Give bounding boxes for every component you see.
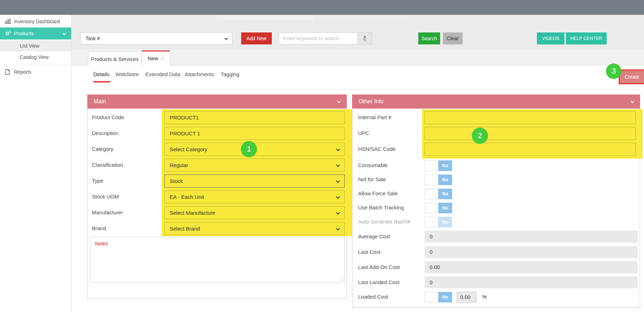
hsn-sac-code-input[interactable]	[425, 143, 636, 156]
sidebar-item-products[interactable]: Products	[0, 27, 71, 39]
select-value: Stock	[170, 178, 183, 184]
decorative-strip	[317, 16, 415, 20]
type-select[interactable]: Stock	[164, 175, 345, 188]
add-new-button[interactable]: Add New	[241, 32, 272, 44]
select-value: Regular	[170, 162, 188, 168]
upc-input[interactable]	[425, 127, 636, 140]
brand-select[interactable]: Select Brand	[164, 222, 345, 235]
app-window: DEMO COMPANY SANDBOX, TRAINING AND DEMO …	[0, 0, 644, 312]
sidebar-item-label: List View	[20, 43, 39, 49]
bar-chart-icon	[5, 19, 11, 24]
sidebar-item-catalog-view[interactable]: Catalog View	[0, 51, 71, 63]
not-for-sale-toggle[interactable]: No	[425, 175, 452, 185]
field-label: Category	[92, 146, 113, 152]
tab-products-and-services[interactable]: Products & Services	[88, 51, 142, 66]
toggle-off-side	[425, 160, 438, 171]
stock-uom-select[interactable]: EA - Each Unit	[164, 190, 345, 203]
select-value: Select Brand	[170, 226, 200, 232]
tab-close-icon[interactable]: ×	[161, 56, 164, 61]
field-label: Type	[92, 178, 104, 184]
search-input[interactable]	[279, 33, 357, 44]
subtab-webstore[interactable]: WebStore	[115, 71, 139, 77]
videos-button[interactable]: VIDEOS	[537, 32, 564, 44]
microphone-button[interactable]	[357, 33, 371, 44]
toggle-state-label: No	[438, 217, 452, 227]
gears-icon	[5, 31, 11, 36]
clear-button[interactable]: Clear	[443, 32, 463, 44]
microphone-icon	[362, 35, 367, 42]
loaded-cost-percent-input[interactable]: 0.00	[456, 292, 477, 303]
tab-new[interactable]: New×	[142, 50, 170, 66]
internal-part-input[interactable]	[425, 111, 636, 124]
search-box	[279, 32, 372, 44]
chevron-down-icon	[336, 179, 340, 183]
select-value: Select Category	[170, 146, 207, 152]
field-label: Manufacturer	[92, 209, 123, 215]
allow-force-sale-toggle[interactable]: No	[425, 189, 452, 199]
field-label: Allow Force Sale	[358, 190, 398, 196]
task-select-value: Task #	[86, 36, 100, 41]
chevron-down-icon	[336, 195, 340, 198]
sidebar-item-label: Products	[14, 31, 33, 36]
field-label: Loaded Cost	[358, 294, 388, 300]
field-label: Last Cost	[358, 249, 380, 255]
resize-grip-icon[interactable]	[340, 278, 344, 282]
select-value: EA - Each Unit	[170, 194, 204, 200]
toggle-off-side	[425, 175, 438, 185]
toggle-state-label: No	[438, 189, 452, 199]
last-landed-cost-field: 0	[425, 276, 638, 288]
percent-suffix: %	[482, 294, 487, 300]
manufacturer-select[interactable]: Select Manufacture	[164, 206, 345, 219]
field-label: Consumable	[358, 162, 388, 168]
create-button[interactable]: Create	[619, 69, 644, 84]
subtab-details[interactable]: Details	[93, 71, 110, 77]
sidebar-item-inventory-dashboard[interactable]: Inventory Dashboard	[0, 16, 71, 27]
active-subtab-underline	[93, 81, 110, 82]
last-add-on-cost-field: 0.00	[425, 261, 638, 273]
collapse-chevron-icon[interactable]	[337, 99, 341, 103]
loaded-cost-toggle[interactable]: No	[425, 292, 452, 302]
subtab-extended-data[interactable]: Extended Data	[145, 71, 180, 77]
field-label: Description	[92, 130, 118, 136]
main-panel-header[interactable]: Main	[87, 94, 347, 109]
toggle-state-label: No	[438, 175, 452, 185]
chevron-down-icon	[336, 226, 340, 230]
chevron-down-icon	[336, 163, 340, 167]
toggle-state-label: No	[438, 160, 452, 171]
field-label: Classification	[92, 162, 123, 168]
classification-select[interactable]: Regular	[164, 159, 345, 172]
tab-new-label: New	[148, 55, 158, 61]
description-input[interactable]: PRODUCT 1	[164, 127, 345, 140]
field-label: HSN/SAC Code	[358, 146, 396, 152]
field-label: Not for Sale	[358, 176, 386, 182]
use-batch-tracking-toggle[interactable]: No	[425, 203, 452, 213]
top-bar	[0, 0, 644, 15]
notes-placeholder: Notes	[95, 241, 108, 246]
sidebar-item-label: Reports	[14, 69, 31, 75]
subtab-tagging[interactable]: Tagging	[221, 71, 239, 77]
search-button[interactable]: Search	[418, 32, 440, 44]
consumable-toggle[interactable]: No	[425, 160, 452, 171]
toggle-off-side	[425, 217, 438, 227]
field-label: Average Cost	[358, 233, 390, 239]
other-info-panel-header[interactable]: Other Info	[352, 94, 640, 109]
sidebar-item-list-view[interactable]: List View	[0, 40, 71, 51]
report-icon	[5, 69, 10, 75]
decorative-strip	[217, 16, 315, 20]
field-label: Internal Part #	[358, 114, 391, 120]
toggle-off-side	[425, 189, 438, 199]
product-code-input[interactable]: PRODUCT1	[164, 111, 345, 124]
notes-textarea[interactable]: Notes	[90, 237, 345, 283]
field-label: Stock UOM	[92, 194, 119, 200]
sidebar-item-reports[interactable]: Reports	[0, 66, 71, 78]
task-select[interactable]: Task #	[80, 32, 232, 44]
subtab-attachments[interactable]: Attachments	[185, 71, 214, 77]
collapse-chevron-icon[interactable]	[630, 99, 634, 103]
other-info-panel: Other Info Internal Part # UPC HSN/SAC C…	[352, 94, 640, 308]
help-center-button[interactable]: HELP CENTER	[566, 32, 607, 44]
toggle-off-side	[425, 203, 438, 213]
toggle-state-label: No	[438, 292, 452, 302]
field-label: Last Add-On Cost	[358, 264, 400, 270]
main-panel: Main Product Code PRODUCT1 Description P…	[87, 94, 347, 299]
last-cost-field: 0	[425, 246, 638, 258]
